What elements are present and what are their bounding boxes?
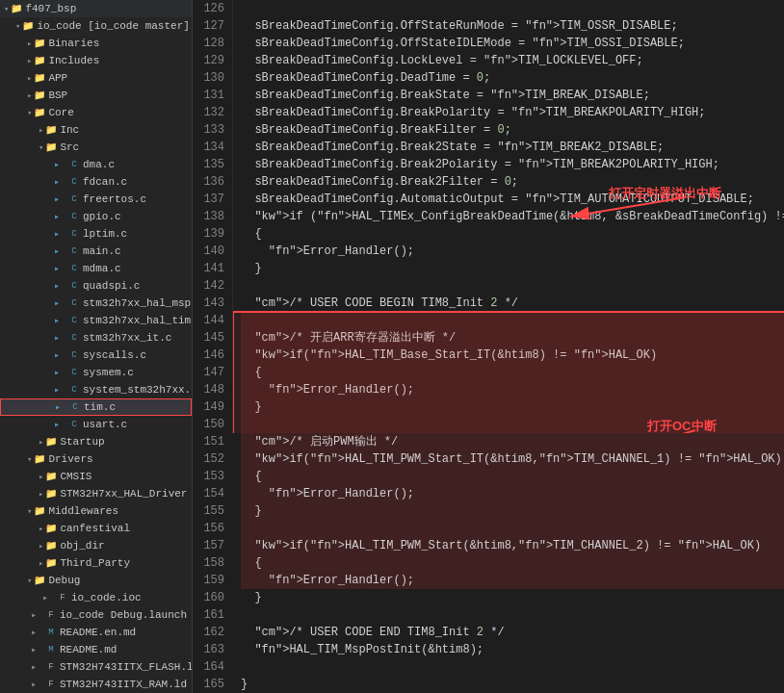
folder-icon: 📁 — [44, 487, 58, 500]
sidebar-item-syscalls_c[interactable]: ▸Csyscalls.c — [0, 346, 192, 364]
sidebar-item-drivers[interactable]: ▾📁Drivers — [0, 450, 192, 468]
line-number: 129 — [200, 52, 224, 69]
line-number: 156 — [200, 520, 224, 537]
code-line — [241, 277, 784, 295]
sidebar-item-io_code_debug_launch[interactable]: ▸Fio_code Debug.launch — [0, 606, 192, 624]
line-number: 144 — [200, 312, 224, 329]
sidebar-label: Src — [60, 141, 79, 153]
sidebar-item-io_code[interactable]: ▾📁io_code [io_code master] — [0, 17, 192, 35]
code-line — [241, 658, 784, 676]
sidebar-item-stm32h7xx_hal_driver[interactable]: ▸📁STM32H7xx_HAL_Driver — [0, 485, 192, 502]
line-number: 135 — [200, 156, 224, 173]
folder-arrow: ▾ — [39, 142, 43, 153]
sidebar-item-system_stm32h7xx_c[interactable]: ▸Csystem_stm32h7xx.c — [0, 381, 192, 398]
sidebar-item-fdcan_c[interactable]: ▸Cfdcan.c — [0, 173, 192, 191]
folder-arrow: ▸ — [27, 56, 32, 66]
sidebar-label: CMSIS — [60, 471, 91, 482]
sidebar-item-inc[interactable]: ▸📁Inc — [0, 121, 192, 139]
file-icon: ▸ — [50, 227, 64, 241]
sidebar-item-f407_bsp[interactable]: ▾📁f407_bsp — [0, 0, 192, 17]
sidebar-item-gpio_c[interactable]: ▸Cgpio.c — [0, 208, 192, 225]
folder-arrow: ▾ — [27, 506, 32, 517]
sidebar-item-sysmem_c[interactable]: ▸Csysmem.c — [0, 364, 192, 381]
file-icon: ▸ — [27, 626, 40, 639]
sidebar-label: main.c — [83, 245, 121, 257]
sidebar-label: io_code.ioc — [71, 592, 142, 603]
code-line: "cm">/* USER CODE END TIM8_Init 2 */ — [241, 624, 784, 641]
sidebar-item-readme_en_md[interactable]: ▸MREADME.en.md — [0, 624, 192, 641]
sidebar-item-src[interactable]: ▾📁Src — [0, 139, 192, 156]
folder-icon: 📁 — [10, 2, 23, 15]
code-line: "fn">Error_Handler(); — [241, 485, 784, 502]
sidebar-item-io_code_ioc[interactable]: ▸Fio_code.ioc — [0, 589, 192, 606]
sidebar-item-dma_c[interactable]: ▸Cdma.c — [0, 156, 192, 173]
sidebar-item-stm32h7xx_hal_timebase_c[interactable]: ▸Cstm32h7xx_hal_timebase_tim.c — [0, 312, 192, 329]
sidebar-item-includes[interactable]: ▸📁Includes — [0, 52, 192, 69]
line-number: 145 — [200, 329, 224, 346]
code-container[interactable]: 1111121131141151161171181191201211221231… — [193, 0, 784, 693]
code-lines: 打开定时器溢出中断打开OC中断 sConfigOC.OCPolarity = "… — [233, 0, 784, 433]
sidebar-item-readme_md[interactable]: ▸MREADME.md — [0, 641, 192, 658]
code-line: "fn">Error_Handler(); — [241, 572, 784, 589]
sidebar-item-middlewares[interactable]: ▾📁Middlewares — [0, 502, 192, 520]
folder-icon: 📁 — [33, 54, 46, 67]
sidebar-label: freertos.c — [83, 193, 146, 205]
sidebar-item-canfestival[interactable]: ▸📁canfestival — [0, 520, 192, 537]
code-line: "kw">if("fn">HAL_TIM_Base_Start_IT(&htim… — [241, 346, 784, 364]
file-icon: ▸ — [50, 262, 64, 275]
sidebar-item-app[interactable]: ▸📁APP — [0, 69, 192, 87]
sidebar-item-cmsis[interactable]: ▸📁CMSIS — [0, 468, 192, 485]
line-number: 141 — [200, 260, 224, 277]
sidebar-item-mdma_c[interactable]: ▸Cmdma.c — [0, 260, 192, 277]
sidebar-item-stm32h7xx_hal_msp_c[interactable]: ▸Cstm32h7xx_hal_msp.c — [0, 295, 192, 312]
sidebar-item-startup[interactable]: ▸📁Startup — [0, 433, 192, 450]
sidebar-item-stm32h743iitx_ram[interactable]: ▸FSTM32H743IITX_RAM.ld — [0, 676, 192, 693]
line-number: 151 — [200, 433, 224, 450]
code-line: } — [241, 398, 784, 416]
sidebar-item-tim_c[interactable]: ▸Ctim.c — [0, 398, 192, 416]
folder-arrow: ▸ — [39, 524, 43, 534]
code-line: } — [241, 502, 784, 520]
sidebar-label: STM32H7xx_HAL_Driver — [60, 488, 187, 500]
sidebar-item-usart_c[interactable]: ▸Cusart.c — [0, 416, 192, 433]
sidebar-item-freertos_c[interactable]: ▸Cfreertos.c — [0, 191, 192, 208]
sidebar-item-binaries[interactable]: ▸📁Binaries — [0, 35, 192, 52]
sidebar-label: gpio.c — [83, 211, 121, 222]
line-number: 153 — [200, 468, 224, 485]
sidebar-item-main_c[interactable]: ▸Cmain.c — [0, 243, 192, 260]
sidebar-item-obj_dir[interactable]: ▸📁obj_dir — [0, 537, 192, 554]
line-numbers: 1111121131141151161171181191201211221231… — [193, 0, 233, 433]
md-file-icon: M — [44, 626, 58, 639]
code-line — [241, 520, 784, 537]
c-file-icon: C — [67, 418, 81, 431]
sidebar-item-bsp[interactable]: ▸📁BSP — [0, 87, 192, 104]
folder-arrow: ▸ — [39, 472, 43, 482]
sidebar-label: Includes — [48, 55, 99, 66]
folder-icon: 📁 — [33, 504, 46, 518]
code-line: sBreakDeadTimeConfig.OffStateIDLEMode = … — [241, 35, 784, 52]
line-number: 161 — [200, 606, 224, 624]
sidebar-item-debug[interactable]: ▾📁Debug — [0, 572, 192, 589]
file-icon: ▸ — [50, 296, 64, 310]
misc-file-icon: F — [44, 660, 58, 674]
sidebar-item-stm32h7xx_it_c[interactable]: ▸Cstm32h7xx_it.c — [0, 329, 192, 346]
sidebar-label: lptim.c — [83, 228, 127, 240]
sidebar-item-core[interactable]: ▾📁Core — [0, 104, 192, 121]
sidebar-label: syscalls.c — [83, 349, 146, 361]
folder-arrow: ▸ — [39, 558, 43, 569]
folder-arrow: ▾ — [15, 21, 20, 32]
code-line — [241, 0, 784, 17]
sidebar-label: STM32H743IITX_RAM.ld — [60, 679, 187, 690]
line-number: 152 — [200, 450, 224, 468]
sidebar-item-third_party[interactable]: ▸📁Third_Party — [0, 554, 192, 572]
folder-icon: 📁 — [44, 522, 58, 535]
sidebar-label: f407_bsp — [25, 3, 76, 14]
folder-arrow: ▸ — [39, 125, 43, 136]
misc-file-icon: F — [56, 591, 69, 604]
sidebar-label: Middlewares — [48, 505, 118, 517]
folder-icon: 📁 — [44, 539, 58, 552]
sidebar-item-quadspi_c[interactable]: ▸Cquadspi.c — [0, 277, 192, 295]
line-number: 139 — [200, 225, 224, 243]
sidebar-item-stm32h743iitx_flash[interactable]: ▸FSTM32H743IITX_FLASH.ld — [0, 658, 192, 676]
sidebar-item-lptim_c[interactable]: ▸Clptim.c — [0, 225, 192, 243]
